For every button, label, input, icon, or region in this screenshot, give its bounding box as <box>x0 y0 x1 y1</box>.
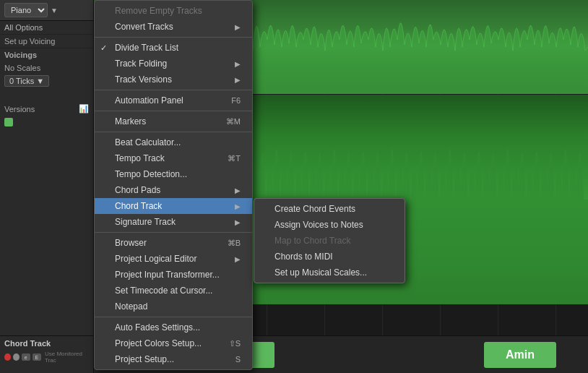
menu-chord-pads-label: Chord Pads <box>115 185 160 195</box>
menu-notepad[interactable]: Notepad <box>95 299 252 314</box>
sep-6 <box>95 317 252 317</box>
assign-voices-label: Assign Voices to Notes <box>274 220 363 230</box>
menu-project-input-transformer[interactable]: Project Input Transformer... <box>95 267 252 283</box>
automation-shortcut: F6 <box>231 96 241 105</box>
submenu-map-to-chord[interactable]: Map to Chord Track <box>254 233 405 249</box>
menu-tempo-track-label: Tempo Track <box>115 153 165 163</box>
chord-amin-label: Amin <box>506 348 535 361</box>
menu-track-versions-label: Track Versions <box>115 74 172 85</box>
menu-markers[interactable]: Markers ⌘M <box>95 113 252 129</box>
setup-musical-scales-label: Set up Musical Scales... <box>274 267 367 278</box>
set-up-voicing-row[interactable]: Set up Voicing <box>0 35 93 48</box>
ticks-row: 0 Ticks ▼ <box>0 74 93 87</box>
sep-3 <box>95 111 252 111</box>
sep-4 <box>95 132 252 132</box>
menu-project-colors[interactable]: Project Colors Setup... ⇧S <box>95 335 252 351</box>
menu-project-setup[interactable]: Project Setup... S <box>95 351 252 367</box>
voicings-label: Voicings <box>0 48 93 61</box>
track-versions-arrow: ▶ <box>235 76 241 84</box>
convert-tracks-arrow: ▶ <box>235 23 241 31</box>
menu-set-timecode-label: Set Timecode at Cursor... <box>115 286 212 296</box>
chord-track-submenu: Create Chord Events Assign Voices to Not… <box>254 198 405 283</box>
browser-shortcut: ⌘B <box>228 239 241 248</box>
chord-track-label: Chord Track <box>4 339 89 348</box>
menu-tempo-detection-label: Tempo Detection... <box>115 169 187 179</box>
menu-chord-pads[interactable]: Chord Pads ▶ <box>95 182 252 198</box>
menu-project-logical-editor-label: Project Logical Editor <box>115 254 196 264</box>
map-to-chord-label: Map to Chord Track <box>274 236 350 246</box>
expand-icon: ▼ <box>51 7 58 14</box>
context-menu: Remove Empty Tracks Convert Tracks ▶ ✓ D… <box>94 0 253 370</box>
versions-icon[interactable]: 📊 <box>79 104 89 113</box>
menu-auto-fades[interactable]: Auto Fades Settings... <box>95 320 252 335</box>
chord-track-arrow: ▶ <box>235 202 241 210</box>
menu-signature-track-label: Signature Track <box>115 217 176 227</box>
chord-pads-arrow: ▶ <box>235 186 241 194</box>
signature-track-arrow: ▶ <box>235 218 241 226</box>
menu-signature-track[interactable]: Signature Track ▶ <box>95 214 252 230</box>
menu-project-colors-label: Project Colors Setup... <box>115 338 202 348</box>
solo-button[interactable]: e <box>22 353 30 361</box>
menu-divide-track-list[interactable]: ✓ Divide Track List <box>95 40 252 56</box>
markers-shortcut: ⌘M <box>226 117 241 127</box>
chords-to-midi-label: Chords to MIDI <box>274 252 333 262</box>
menu-tempo-detection[interactable]: Tempo Detection... <box>95 166 252 182</box>
versions-label: Versions <box>4 105 35 113</box>
menu-track-folding[interactable]: Track Folding ▶ <box>95 56 252 72</box>
project-colors-shortcut: ⇧S <box>229 339 241 348</box>
menu-notepad-label: Notepad <box>115 301 147 312</box>
submenu-setup-musical-scales[interactable]: Set up Musical Scales... <box>254 265 405 280</box>
track-folding-arrow: ▶ <box>235 60 241 68</box>
no-scales-row[interactable]: No Scales <box>0 61 93 74</box>
menu-divide-label: Divide Track List <box>115 43 178 53</box>
menu-convert-tracks[interactable]: Convert Tracks ▶ <box>95 19 252 35</box>
menu-markers-label: Markers <box>115 116 146 127</box>
menu-remove-empty-label: Remove Empty Tracks <box>115 6 202 16</box>
chord-track-controls: e E Use Monitored Trac <box>4 351 89 364</box>
edit-button[interactable]: E <box>33 353 41 361</box>
record-button[interactable] <box>4 353 11 361</box>
tempo-track-shortcut: ⌘T <box>228 154 241 163</box>
menu-project-input-transformer-label: Project Input Transformer... <box>115 270 220 280</box>
menu-track-folding-label: Track Folding <box>115 59 167 69</box>
project-logical-arrow: ▶ <box>235 255 241 263</box>
menu-beat-calc-label: Beat Calculator... <box>115 137 181 147</box>
instrument-select[interactable]: Piano <box>4 3 48 17</box>
chord-track-left-panel: Chord Track e E Use Monitored Trac <box>0 335 94 373</box>
menu-beat-calculator[interactable]: Beat Calculator... <box>95 134 252 150</box>
track-controls <box>0 116 93 131</box>
menu-chord-track-label: Chord Track <box>115 201 162 211</box>
all-options-row[interactable]: All Options <box>0 21 93 35</box>
submenu-create-chord-events[interactable]: Create Chord Events <box>254 201 405 217</box>
left-panel-header: Piano ▼ <box>0 0 93 21</box>
ticks-select[interactable]: 0 Ticks ▼ <box>4 75 49 87</box>
menu-convert-tracks-label: Convert Tracks <box>115 22 173 32</box>
menu-browser[interactable]: Browser ⌘B <box>95 235 252 251</box>
chord-event-amin: Amin <box>484 342 556 368</box>
sep-5 <box>95 232 252 233</box>
use-monitored-label: Use Monitored Trac <box>45 351 89 364</box>
menu-auto-fades-label: Auto Fades Settings... <box>115 322 200 333</box>
create-chord-events-label: Create Chord Events <box>274 204 355 214</box>
sep-2 <box>95 90 252 90</box>
menu-automation-label: Automation Panel <box>115 95 183 106</box>
sep-1 <box>95 37 252 38</box>
submenu-assign-voices[interactable]: Assign Voices to Notes <box>254 217 405 233</box>
record-icon <box>4 118 13 127</box>
mute-button[interactable] <box>13 353 20 361</box>
menu-chord-track[interactable]: Chord Track ▶ Create Chord Events Assign… <box>95 198 252 214</box>
menu-set-timecode[interactable]: Set Timecode at Cursor... <box>95 283 252 299</box>
daw-background: Piano ▼ All Options Set up Voicing Voici… <box>0 0 588 373</box>
divide-checkmark: ✓ <box>100 43 107 53</box>
submenu-chords-to-midi[interactable]: Chords to MIDI <box>254 249 405 265</box>
menu-track-versions[interactable]: Track Versions ▶ <box>95 72 252 87</box>
project-setup-shortcut: S <box>235 355 241 364</box>
menu-project-logical-editor[interactable]: Project Logical Editor ▶ <box>95 251 252 267</box>
menu-tempo-track[interactable]: Tempo Track ⌘T <box>95 150 252 166</box>
menu-automation-panel[interactable]: Automation Panel F6 <box>95 93 252 108</box>
left-panel: Piano ▼ All Options Set up Voicing Voici… <box>0 0 94 373</box>
menu-project-setup-label: Project Setup... <box>115 354 174 364</box>
versions-row: Versions 📊 <box>0 102 93 116</box>
menu-browser-label: Browser <box>115 238 147 248</box>
menu-remove-empty[interactable]: Remove Empty Tracks <box>95 3 252 19</box>
